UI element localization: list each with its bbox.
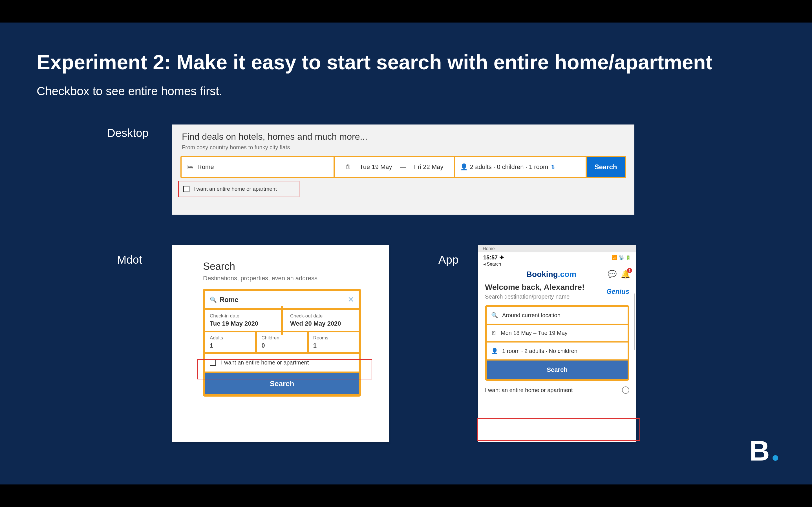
mdot-title: Search — [203, 261, 361, 272]
guests-field[interactable]: 👤 2 adults · 0 children · 1 room ⇅ — [455, 157, 586, 177]
logo-dot-icon — [772, 455, 778, 461]
checkin-label: Check-in date — [210, 313, 274, 319]
calendar-icon: 🗓 — [491, 330, 497, 336]
checkout-label: Check-out date — [290, 313, 354, 319]
divider — [281, 306, 283, 335]
app-tab-label: Home — [478, 245, 636, 252]
dates-field[interactable]: 🗓 Tue 19 May — Fri 22 May — [335, 157, 454, 177]
checkbox-icon[interactable] — [210, 360, 216, 366]
notification-bell-icon[interactable]: 🔔 1 — [620, 270, 630, 279]
app-dates-value: Mon 18 May – Tue 19 May — [501, 330, 567, 336]
date-end: Fri 22 May — [414, 163, 444, 171]
calendar-icon: 🗓 — [345, 164, 352, 170]
desktop-headline: Find deals on hotels, homes and much mor… — [182, 131, 367, 142]
mdot-destination-value: Rome — [220, 296, 345, 304]
app-guests-value: 1 room · 2 adults · No children — [502, 348, 577, 354]
wifi-icon: 📡 — [619, 255, 624, 260]
rooms-value: 1 — [313, 342, 354, 349]
children-value: 0 — [261, 342, 302, 349]
entire-home-checkbox-row[interactable]: I want an entire home or apartment — [178, 181, 299, 197]
label-app: App — [439, 253, 458, 266]
booking-logo: Booking.com — [495, 270, 608, 279]
mdot-mockup: Search Destinations, properties, even an… — [172, 245, 389, 442]
checkbox-icon[interactable] — [183, 186, 190, 192]
search-icon: 🔍 — [210, 296, 217, 303]
app-entire-home-toggle-row[interactable]: I want an entire home or apartment — [478, 381, 636, 399]
app-dates-field[interactable]: 🗓 Mon 18 May – Tue 19 May — [487, 325, 627, 342]
app-search-button[interactable]: Search — [487, 360, 627, 379]
date-start: Tue 19 May — [359, 163, 392, 171]
genius-badge: Genius — [606, 288, 629, 295]
mdot-search-form: 🔍 Rome ✕ Check-in date Tue 19 May 2020 C… — [203, 289, 361, 397]
app-checkbox-label: I want an entire home or apartment — [485, 387, 573, 393]
desktop-subheadline: From cosy country homes to funky city fl… — [182, 144, 290, 151]
booking-b-logo: B — [749, 437, 778, 465]
app-guests-field[interactable]: 👤 1 room · 2 adults · No children — [487, 342, 627, 360]
label-desktop: Desktop — [107, 127, 149, 139]
highlight-box — [477, 418, 640, 441]
checkbox-label: I want an entire home or apartment — [193, 186, 277, 192]
person-icon: 👤 — [491, 348, 498, 354]
mdot-dates-row[interactable]: Check-in date Tue 19 May 2020 Check-out … — [205, 310, 359, 332]
rooms-label: Rooms — [313, 335, 354, 341]
date-dash: — — [400, 163, 406, 171]
mdot-guests-row[interactable]: Adults 1 Children 0 Rooms 1 — [205, 332, 359, 354]
label-mdot: Mdot — [117, 253, 142, 266]
mdot-entire-home-checkbox-row[interactable]: I want an entire home or apartment — [205, 354, 359, 373]
destination-field[interactable]: 🛏 Rome — [182, 157, 334, 177]
app-header: Booking.com 💬 🔔 1 — [478, 268, 636, 283]
status-bar: 15:57 ✈ 📶 📡 🔋 — [478, 252, 636, 262]
clear-icon[interactable]: ✕ — [348, 295, 354, 304]
scrollbar[interactable] — [634, 293, 635, 350]
adults-value: 1 — [210, 342, 251, 349]
mdot-subtitle: Destinations, properties, even an addres… — [203, 275, 361, 282]
slide-body: Experiment 2: Make it easy to start sear… — [0, 22, 812, 485]
destination-value: Rome — [197, 163, 214, 171]
checkout-value: Wed 20 May 2020 — [290, 320, 354, 327]
search-icon: 🔍 — [491, 312, 498, 319]
app-location-field[interactable]: 🔍 Around current location — [487, 307, 627, 325]
back-to-search[interactable]: ◂ Search — [478, 262, 636, 268]
search-button[interactable]: Search — [587, 157, 625, 177]
app-search-form: 🔍 Around current location 🗓 Mon 18 May –… — [485, 305, 629, 381]
checkin-value: Tue 19 May 2020 — [210, 320, 274, 327]
mdot-search-button[interactable]: Search — [205, 373, 359, 394]
slide-subtitle: Checkbox to see entire homes first. — [37, 84, 222, 98]
battery-icon: 🔋 — [625, 255, 631, 260]
notification-badge: 1 — [627, 268, 632, 273]
bed-icon: 🛏 — [187, 164, 193, 170]
guests-value: 2 adults · 0 children · 1 room — [470, 163, 548, 171]
desktop-search-bar: 🛏 Rome 🗓 Tue 19 May — Fri 22 May 👤 2 adu… — [181, 156, 626, 178]
chat-icon[interactable]: 💬 — [608, 270, 617, 279]
person-icon: 👤 — [461, 164, 467, 170]
radio-icon[interactable] — [622, 386, 629, 394]
mdot-checkbox-label: I want an entire home or apartment — [221, 359, 309, 366]
children-label: Children — [261, 335, 302, 341]
app-mockup: Home 15:57 ✈ 📶 📡 🔋 ◂ Search Booking.com … — [478, 245, 636, 442]
status-time: 15:57 ✈ — [483, 254, 504, 261]
slide-title: Experiment 2: Make it easy to start sear… — [37, 51, 712, 74]
adults-label: Adults — [210, 335, 251, 341]
app-welcome-sub: Search destination/property name — [485, 293, 585, 300]
signal-icon: 📶 — [612, 255, 617, 260]
desktop-mockup: Find deals on hotels, homes and much mor… — [172, 124, 635, 215]
app-location-value: Around current location — [502, 312, 560, 319]
stepper-icon: ⇅ — [551, 164, 555, 170]
app-welcome: Welcome back, Alexandre! — [485, 283, 585, 292]
